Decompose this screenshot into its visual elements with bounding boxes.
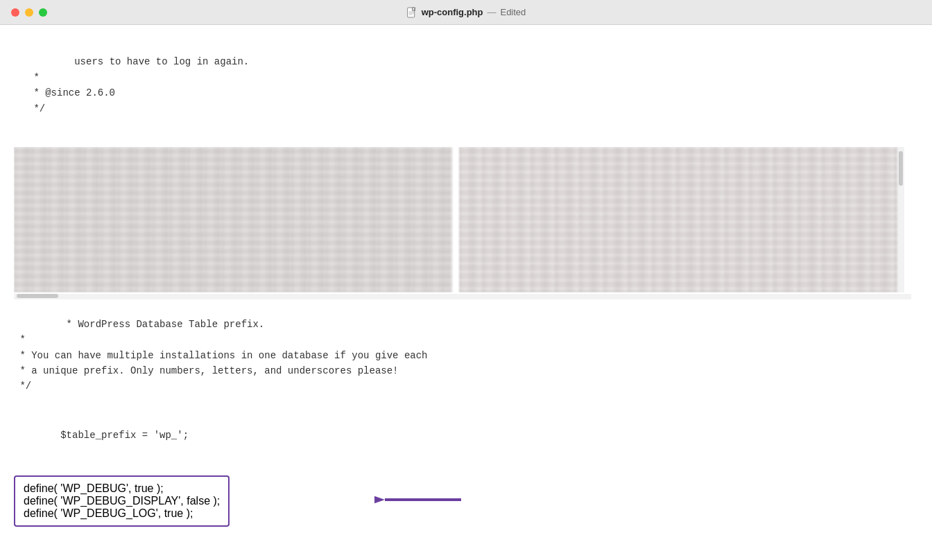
footer-comment-section: /* That's all, stop editing! Happy publi… [14, 543, 918, 560]
db-prefix-section: * WordPress Database Table prefix. * * Y… [14, 301, 918, 410]
debug-highlight-box: define( 'WP_DEBUG', true ); define( 'WP_… [14, 475, 230, 527]
db-comment: * WordPress Database Table prefix. * * Y… [14, 319, 428, 392]
arrow-svg [374, 484, 465, 515]
maximize-button[interactable] [39, 8, 47, 17]
titlebar-separator: — [487, 7, 496, 17]
code-content: users to have to log in again. * * @sinc… [0, 25, 932, 560]
minimize-button[interactable] [25, 8, 33, 17]
titlebar-filename: wp-config.php [422, 7, 483, 17]
debug-block-container: define( 'WP_DEBUG', true ); define( 'WP_… [14, 470, 918, 532]
top-comment-lines: users to have to log in again. * * @sinc… [14, 33, 918, 146]
titlebar-center: wp-config.php — Edited [406, 7, 526, 18]
blur-gap [452, 147, 459, 292]
blur-block-right [459, 147, 897, 292]
debug-line-2: define( 'WP_DEBUG_DISPLAY', false ); [24, 495, 220, 507]
debug-line-3: define( 'WP_DEBUG_LOG', true ); [24, 507, 220, 520]
blurred-credentials [14, 147, 904, 292]
traffic-lights [11, 8, 47, 17]
table-prefix-line: $table_prefix = 'wp_'; [14, 410, 918, 470]
vertical-scrollbar[interactable] [897, 147, 904, 292]
titlebar: wp-config.php — Edited [0, 0, 932, 25]
titlebar-status: Edited [500, 7, 526, 17]
horizontal-thumb[interactable] [17, 294, 58, 298]
table-prefix-code: $table_prefix = 'wp_'; [60, 430, 189, 441]
debug-line-1: define( 'WP_DEBUG', true ); [24, 482, 220, 495]
scrollbar-thumb[interactable] [899, 151, 903, 186]
svg-rect-0 [408, 8, 415, 17]
main-window: wp-config.php — Edited users to have to … [0, 0, 932, 560]
blur-block-left [14, 147, 452, 292]
annotation-arrow [374, 484, 465, 518]
editor-area[interactable]: users to have to log in again. * * @sinc… [0, 25, 932, 560]
close-button[interactable] [11, 8, 19, 17]
top-comment-text: users to have to log in again. * * @sinc… [28, 56, 249, 114]
file-icon [406, 7, 417, 18]
horizontal-scrollbar[interactable] [14, 294, 911, 299]
